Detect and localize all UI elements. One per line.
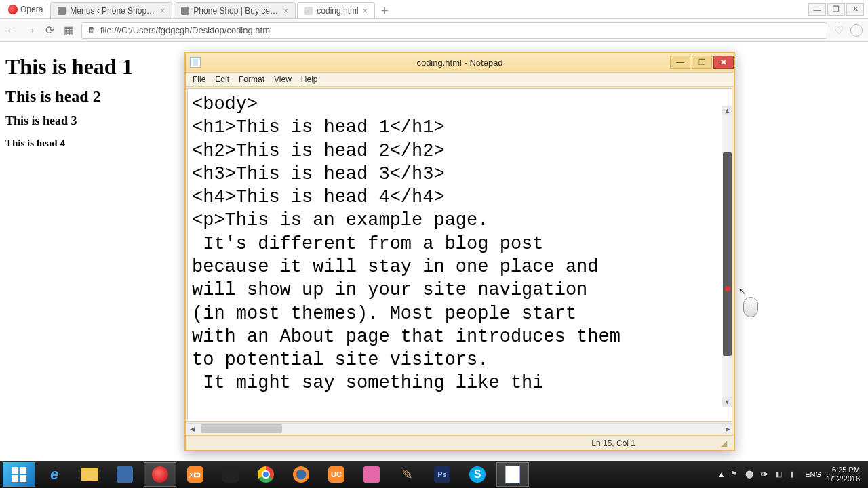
speed-dial-button[interactable]: ▦ xyxy=(62,24,75,37)
tray-overflow-icon[interactable]: ▲ xyxy=(717,470,725,479)
favicon-icon xyxy=(181,7,189,15)
notepad-title: coding.html - Notepad xyxy=(416,58,502,68)
cursor-position: Ln 15, Col 1 xyxy=(591,439,635,448)
tab-phoneshop[interactable]: Phone Shop | Buy cell ph… × xyxy=(174,2,296,18)
start-button[interactable] xyxy=(3,462,35,487)
url-text: file:///C:/Users/fgdgcgh/Desktop/coding.… xyxy=(100,25,272,35)
tab-label: Menus ‹ Phone Shop — W… xyxy=(70,6,155,16)
notepad-window[interactable]: coding.html - Notepad — ❐ ✕ File Edit Fo… xyxy=(184,52,735,451)
minimize-button[interactable]: — xyxy=(808,3,826,16)
opera-icon xyxy=(8,5,18,14)
forward-button[interactable]: → xyxy=(24,24,37,37)
scroll-up-icon[interactable]: ▲ xyxy=(722,106,732,115)
tab-phoneshop-menus[interactable]: Menus ‹ Phone Shop — W… × xyxy=(50,2,172,18)
taskbar-skype[interactable]: S xyxy=(461,462,494,487)
taskbar-app-1[interactable] xyxy=(108,462,141,487)
taskbar-chrome[interactable] xyxy=(250,462,282,487)
tray-icon[interactable]: ⬤ xyxy=(745,470,755,479)
resize-grip-icon[interactable]: ◢ xyxy=(721,439,727,448)
vertical-scrollbar[interactable]: ▲ ▼ xyxy=(722,106,732,407)
notepad-textarea[interactable]: <body> <h1>This is head 1</h1> <h2>This … xyxy=(187,88,732,422)
menu-format[interactable]: Format xyxy=(239,75,264,84)
taskbar-opera[interactable] xyxy=(144,462,176,487)
scroll-thumb[interactable] xyxy=(723,152,732,356)
reload-button[interactable]: ⟳ xyxy=(43,24,56,37)
taskbar-app-2[interactable] xyxy=(214,462,247,487)
notepad-statusbar: Ln 15, Col 1 ◢ xyxy=(186,435,734,450)
scroll-right-icon[interactable]: ▶ xyxy=(723,426,732,432)
menu-help[interactable]: Help xyxy=(301,75,318,84)
menu-edit[interactable]: Edit xyxy=(215,75,229,84)
tab-label: Phone Shop | Buy cell ph… xyxy=(193,6,279,16)
taskbar-ie[interactable]: e xyxy=(38,462,71,487)
tab-label: coding.html xyxy=(317,6,358,16)
notepad-menubar: File Edit Format View Help xyxy=(186,72,734,87)
tab-strip: Menus ‹ Phone Shop — W… × Phone Shop | B… xyxy=(50,0,808,18)
browser-name: Opera xyxy=(20,5,43,14)
maximize-button[interactable]: ❐ xyxy=(827,3,845,16)
browser-titlebar: Opera Menus ‹ Phone Shop — W… × Phone Sh… xyxy=(0,0,868,19)
profile-button[interactable] xyxy=(850,24,863,37)
menu-file[interactable]: File xyxy=(193,75,205,84)
taskbar: e ꭗꝏ UC ✎ Ps S ▲ ⚑ ⬤ 🕪 ◧ ▮ ENG 6:25 PM 1… xyxy=(0,461,868,488)
system-tray: ▲ ⚑ ⬤ 🕪 ◧ ▮ ENG 6:25 PM 1/12/2016 xyxy=(717,466,865,483)
close-icon[interactable]: × xyxy=(160,5,165,16)
close-button[interactable]: ✕ xyxy=(713,56,734,69)
tab-coding-html[interactable]: coding.html × xyxy=(297,2,375,18)
url-bar[interactable]: 🗎 file:///C:/Users/fgdgcgh/Desktop/codin… xyxy=(81,22,827,39)
taskbar-xampp[interactable]: ꭗꝏ xyxy=(179,462,212,487)
clock-time: 6:25 PM xyxy=(827,466,860,474)
notepad-titlebar[interactable]: coding.html - Notepad — ❐ ✕ xyxy=(186,53,734,72)
scroll-thumb[interactable] xyxy=(201,424,282,433)
tray-icon[interactable]: ◧ xyxy=(775,470,785,479)
tray-language[interactable]: ENG xyxy=(805,470,821,479)
network-icon[interactable]: ▮ xyxy=(790,470,800,479)
back-button[interactable]: ← xyxy=(5,24,18,37)
close-button[interactable]: ✕ xyxy=(846,3,864,16)
mouse-hint-icon xyxy=(743,297,758,317)
taskbar-photoshop[interactable]: Ps xyxy=(426,462,458,487)
maximize-button[interactable]: ❐ xyxy=(692,56,712,69)
taskbar-explorer[interactable] xyxy=(73,462,106,487)
taskbar-notepad[interactable] xyxy=(496,462,529,487)
window-controls: — ❐ ✕ xyxy=(808,3,864,16)
taskbar-uc[interactable]: UC xyxy=(320,462,353,487)
taskbar-firefox[interactable] xyxy=(285,462,317,487)
clock-date: 1/12/2016 xyxy=(827,474,860,483)
tray-clock[interactable]: 6:25 PM 1/12/2016 xyxy=(827,466,860,483)
bookmark-button[interactable]: ♡ xyxy=(834,24,844,37)
nav-toolbar: ← → ⟳ ▦ 🗎 file:///C:/Users/fgdgcgh/Deskt… xyxy=(0,19,868,42)
scroll-down-icon[interactable]: ▼ xyxy=(722,397,732,407)
menu-view[interactable]: View xyxy=(274,75,292,84)
taskbar-gimp[interactable]: ✎ xyxy=(391,462,423,487)
tray-icon[interactable]: ⚑ xyxy=(730,470,740,479)
tray-icon[interactable]: 🕪 xyxy=(760,470,770,479)
scroll-left-icon[interactable]: ◀ xyxy=(187,426,197,432)
cursor-icon: ↖ xyxy=(738,286,746,296)
favicon-icon xyxy=(58,7,66,15)
file-icon: 🗎 xyxy=(87,25,96,35)
close-icon[interactable]: × xyxy=(363,5,368,16)
new-tab-button[interactable]: + xyxy=(376,4,393,18)
notepad-icon xyxy=(190,57,201,68)
minimize-button[interactable]: — xyxy=(670,56,690,69)
opera-menu[interactable]: Opera xyxy=(4,3,47,16)
taskbar-app-3[interactable] xyxy=(355,462,388,487)
close-icon[interactable]: × xyxy=(283,5,289,16)
favicon-icon xyxy=(304,7,313,15)
horizontal-scrollbar[interactable]: ◀ ▶ xyxy=(187,423,732,434)
